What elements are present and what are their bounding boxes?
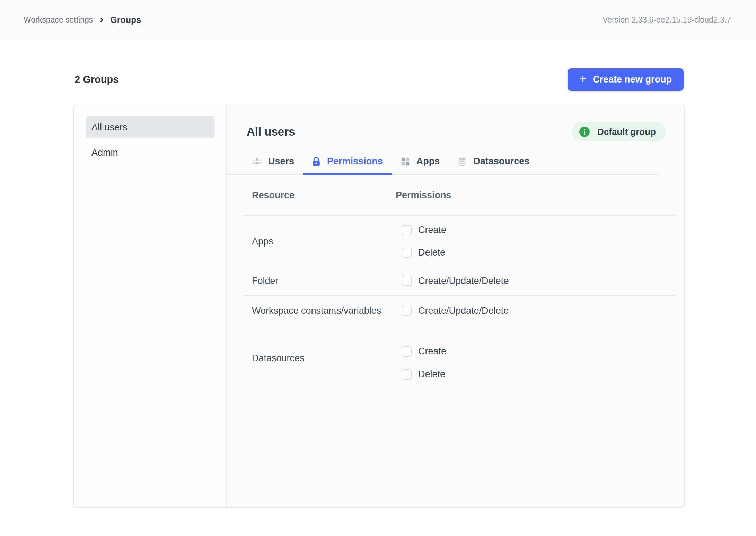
permission-option: Delete bbox=[402, 369, 676, 380]
apps-create-checkbox[interactable] bbox=[402, 225, 412, 235]
sidebar-item-label: All users bbox=[91, 122, 128, 133]
folder-cud-checkbox[interactable] bbox=[402, 276, 412, 286]
default-group-badge: Default group bbox=[572, 122, 666, 141]
table-header-row: Resource Permissions bbox=[243, 175, 676, 216]
version-label: Version 2.33.6-ee2.15.19-cloud2.3.7 bbox=[603, 15, 731, 25]
panel-header: All users Default group bbox=[227, 122, 684, 141]
datasources-icon bbox=[457, 156, 467, 167]
datasources-delete-checkbox[interactable] bbox=[402, 369, 412, 380]
group-detail-panel: All users Default group bbox=[227, 105, 684, 507]
sidebar-item-admin[interactable]: Admin bbox=[86, 141, 215, 164]
checkbox-label: Create bbox=[418, 225, 446, 235]
tab-datasources[interactable]: Datasources bbox=[448, 149, 538, 175]
groups-count-heading: 2 Groups bbox=[74, 74, 118, 85]
permission-option: Create bbox=[402, 225, 676, 235]
page-header: 2 Groups + Create new group bbox=[0, 68, 756, 91]
table-row-apps: Apps Create Delete bbox=[243, 216, 676, 266]
tabs-bar: Users Permissions bbox=[227, 149, 659, 175]
permissions-table: Resource Permissions Apps Create Delete bbox=[243, 175, 676, 390]
plus-icon: + bbox=[579, 73, 587, 85]
tab-users-label: Users bbox=[268, 156, 294, 167]
group-title: All users bbox=[247, 125, 295, 138]
apps-grid-icon bbox=[400, 156, 411, 167]
top-bar: Workspace settings › Groups Version 2.33… bbox=[0, 0, 756, 40]
resource-label: Workspace constants/variables bbox=[243, 305, 396, 316]
sidebar-item-label: Admin bbox=[91, 147, 118, 158]
breadcrumb-groups: Groups bbox=[110, 15, 141, 25]
apps-delete-checkbox[interactable] bbox=[402, 248, 412, 258]
permissions-cell: Create/Update/Delete bbox=[396, 276, 676, 286]
permission-option: Create bbox=[402, 346, 676, 357]
resource-label: Datasources bbox=[243, 353, 396, 364]
create-new-group-label: Create new group bbox=[593, 74, 672, 85]
checkbox-label: Delete bbox=[418, 247, 445, 258]
tab-datasources-label: Datasources bbox=[473, 156, 529, 167]
permission-option: Delete bbox=[402, 247, 676, 258]
datasources-create-checkbox[interactable] bbox=[402, 346, 412, 357]
tab-users[interactable]: Users bbox=[243, 149, 303, 175]
tab-apps-label: Apps bbox=[416, 156, 440, 167]
table-row-folder: Folder Create/Update/Delete bbox=[243, 266, 676, 296]
tab-apps[interactable]: Apps bbox=[392, 149, 449, 175]
resource-label: Apps bbox=[243, 236, 396, 247]
permission-option: Create/Update/Delete bbox=[402, 305, 676, 316]
checkbox-label: Create/Update/Delete bbox=[418, 276, 509, 286]
tab-permissions-label: Permissions bbox=[327, 156, 383, 167]
workspace-constants-cud-checkbox[interactable] bbox=[402, 306, 412, 316]
group-list-sidebar: All users Admin bbox=[74, 105, 227, 507]
permissions-cell: Create Delete bbox=[396, 326, 676, 390]
resource-label: Folder bbox=[243, 276, 396, 286]
workspace-settings-groups-page: Workspace settings › Groups Version 2.33… bbox=[0, 0, 756, 536]
default-group-label: Default group bbox=[597, 127, 656, 137]
permission-option: Create/Update/Delete bbox=[402, 276, 676, 286]
checkbox-label: Create bbox=[418, 346, 446, 357]
sidebar-item-all-users[interactable]: All users bbox=[86, 116, 215, 138]
info-icon bbox=[579, 127, 590, 137]
table-row-datasources: Datasources Create Delete bbox=[243, 326, 676, 390]
breadcrumb: Workspace settings › Groups bbox=[24, 15, 141, 25]
lock-icon bbox=[311, 156, 321, 167]
create-new-group-button[interactable]: + Create new group bbox=[568, 68, 684, 91]
chevron-right-icon: › bbox=[100, 14, 103, 24]
checkbox-label: Create/Update/Delete bbox=[418, 305, 509, 316]
checkbox-label: Delete bbox=[418, 369, 445, 380]
table-row-workspace-constants: Workspace constants/variables Create/Upd… bbox=[243, 296, 676, 326]
breadcrumb-workspace-settings[interactable]: Workspace settings bbox=[24, 15, 93, 25]
tab-permissions[interactable]: Permissions bbox=[303, 149, 392, 175]
permissions-cell: Create Delete bbox=[396, 216, 676, 267]
groups-card: All users Admin All users Default group bbox=[73, 105, 685, 508]
column-header-resource: Resource bbox=[243, 190, 396, 201]
permissions-cell: Create/Update/Delete bbox=[396, 305, 676, 316]
users-icon bbox=[252, 156, 262, 167]
column-header-permissions: Permissions bbox=[396, 190, 676, 201]
